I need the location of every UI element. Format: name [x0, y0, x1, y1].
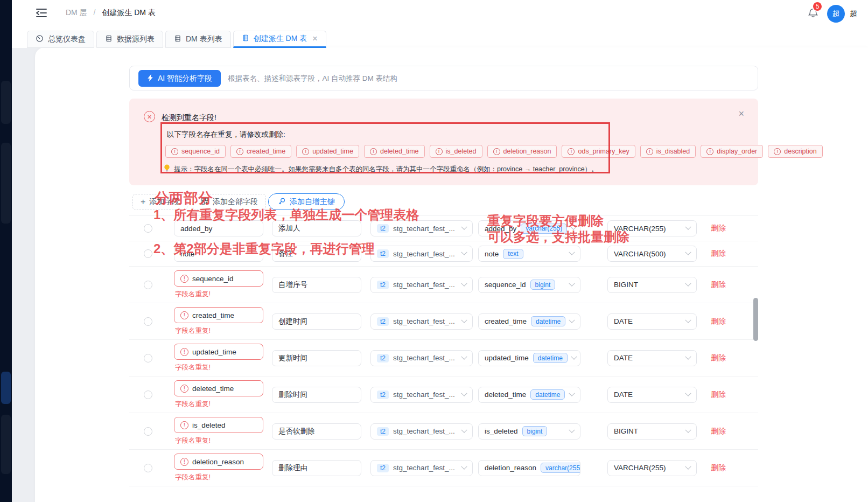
ai-analyze-button[interactable]: AI 智能分析字段: [138, 70, 221, 87]
source-table-select[interactable]: t2 stg_techart_fest_...: [370, 220, 473, 236]
row-radio[interactable]: [144, 249, 152, 258]
field-name-input[interactable]: created_time: [174, 307, 263, 323]
source-alias-tag: t2: [377, 464, 389, 472]
delete-row-link[interactable]: 删除: [711, 390, 726, 400]
source-table-select[interactable]: t2 stg_techart_fest_...: [370, 350, 473, 366]
field-comment-input[interactable]: 自增序号: [272, 277, 361, 293]
duplicate-field-tag: updated_time: [296, 145, 359, 158]
row-radio[interactable]: [144, 224, 152, 233]
field-comment-input[interactable]: 更新时间: [272, 350, 361, 366]
field-comment-input[interactable]: 是否软删除: [272, 423, 361, 440]
field-name-input[interactable]: added_by: [174, 220, 263, 236]
source-table-select[interactable]: t2 stg_techart_fest_...: [370, 277, 473, 293]
duplicate-error-text: 字段名重复!: [175, 363, 211, 372]
source-table-select[interactable]: t2 stg_techart_fest_...: [370, 246, 473, 262]
chevron-down-icon: [685, 463, 691, 469]
source-field-select[interactable]: updated_time datetime: [478, 350, 580, 366]
field-comment-input[interactable]: 创建时间: [272, 313, 361, 330]
chevron-down-icon: [569, 280, 575, 286]
source-field-select[interactable]: deleted_time datetime: [478, 387, 580, 403]
target-type-select[interactable]: DATE: [607, 387, 697, 403]
field-comment-input[interactable]: 删除理由: [272, 460, 361, 476]
delete-row-link[interactable]: 删除: [711, 463, 726, 473]
source-field-select[interactable]: sequence_id bigint: [478, 277, 580, 293]
tab[interactable]: 总览仪表盘: [27, 31, 94, 48]
menu-fold-icon[interactable]: [36, 8, 47, 18]
source-alias-tag: t2: [377, 249, 389, 258]
sidebar-item-ghost: [1, 143, 11, 224]
source-table-select[interactable]: t2 stg_techart_fest_...: [370, 313, 473, 330]
exclamation-circle-icon: [236, 148, 243, 155]
field-type-tag: datetime: [531, 316, 565, 326]
breadcrumb-root[interactable]: DM 层: [66, 8, 87, 17]
target-type-select[interactable]: BIGINT: [607, 277, 697, 293]
sidebar-item-ghost: [1, 81, 11, 124]
field-name-input[interactable]: updated_time: [174, 344, 263, 360]
table-icon: [105, 34, 113, 44]
row-radio[interactable]: [144, 354, 152, 362]
field-comment-input[interactable]: 添加人: [272, 220, 361, 236]
delete-row-link[interactable]: 删除: [711, 353, 726, 363]
field-name-input[interactable]: deletion_reason: [174, 454, 263, 470]
error-circle-icon: [144, 111, 155, 122]
delete-row-link[interactable]: 删除: [711, 224, 726, 233]
row-radio[interactable]: [144, 317, 152, 326]
target-type-select[interactable]: VARCHAR(255): [607, 220, 697, 236]
error-icon: [180, 275, 188, 283]
tab[interactable]: 创建派生 DM 表: [233, 31, 326, 48]
source-field-select[interactable]: created_time datetime: [478, 313, 580, 330]
close-icon[interactable]: [312, 34, 317, 43]
source-field-select[interactable]: added_by varchar(255): [478, 220, 580, 236]
field-name-input[interactable]: note: [174, 246, 263, 262]
row-radio[interactable]: [144, 427, 152, 436]
chevron-down-icon: [685, 317, 691, 323]
source-table-select[interactable]: t2 stg_techart_fest_...: [370, 460, 473, 476]
delete-row-link[interactable]: 删除: [711, 280, 726, 290]
field-name-input[interactable]: deleted_time: [174, 380, 263, 396]
source-alias-tag: t2: [377, 281, 389, 289]
chevron-down-icon: [461, 317, 467, 323]
dashboard-icon: [36, 34, 44, 44]
duplicate-fields-alert: 检测到重名字段! 以下字段名存在重复，请修改或删除: sequence_idcr…: [129, 99, 758, 185]
chevron-down-icon: [461, 463, 467, 469]
field-comment-input[interactable]: 删除时间: [272, 387, 361, 403]
target-type-select[interactable]: DATE: [607, 313, 697, 330]
delete-row-link[interactable]: 删除: [711, 427, 726, 436]
table-row: created_time 字段名重复! 创建时间 t2 stg_techart_…: [129, 303, 758, 340]
close-icon[interactable]: [738, 109, 744, 118]
field-type-tag: varchar(255): [541, 463, 580, 473]
alert-tip: 提示：字段名在同一个表中必须唯一。如果您需要来自多个表的同名字段，请为其中一个字…: [163, 164, 598, 175]
delete-row-link[interactable]: 删除: [711, 249, 726, 259]
target-type-select[interactable]: VARCHAR(255): [607, 460, 697, 476]
target-type-select[interactable]: DATE: [607, 350, 697, 366]
delete-row-link[interactable]: 删除: [711, 317, 726, 326]
tab[interactable]: DM 表列表: [165, 31, 231, 48]
source-table-select[interactable]: t2 stg_techart_fest_...: [370, 387, 473, 403]
source-field-select[interactable]: deletion_reason varchar(255): [478, 460, 580, 476]
target-type-select[interactable]: BIGINT: [607, 423, 697, 440]
exclamation-circle-icon: [493, 148, 500, 155]
chevron-down-icon: [569, 317, 575, 323]
add-all-fields-button[interactable]: 添加全部字段: [193, 194, 266, 210]
source-field-select[interactable]: is_deleted bigint: [478, 423, 580, 440]
tab[interactable]: 数据源列表: [96, 31, 163, 48]
row-radio[interactable]: [144, 391, 152, 399]
error-icon: [180, 421, 188, 429]
field-type-tag: text: [503, 249, 523, 259]
target-type-select[interactable]: VARCHAR(500): [607, 246, 697, 262]
row-radio[interactable]: [144, 464, 152, 472]
breadcrumb-current: 创建派生 DM 表: [102, 8, 156, 17]
source-field-select[interactable]: note text: [478, 246, 580, 262]
add-auto-increment-pk-button[interactable]: 添加自增主键: [268, 193, 345, 210]
add-field-button[interactable]: 添加字段: [132, 194, 187, 210]
field-name-input[interactable]: is_deleted: [174, 417, 263, 433]
field-type-tag: bigint: [522, 426, 548, 436]
field-name-input[interactable]: sequence_id: [174, 270, 263, 287]
row-radio[interactable]: [144, 281, 152, 289]
vertical-scrollbar-thumb[interactable]: [753, 298, 758, 341]
avatar[interactable]: 超: [827, 5, 845, 23]
field-comment-input[interactable]: 备注: [272, 246, 361, 262]
exclamation-circle-icon: [370, 148, 377, 155]
source-table-select[interactable]: t2 stg_techart_fest_...: [370, 423, 473, 440]
error-icon: [180, 311, 188, 319]
